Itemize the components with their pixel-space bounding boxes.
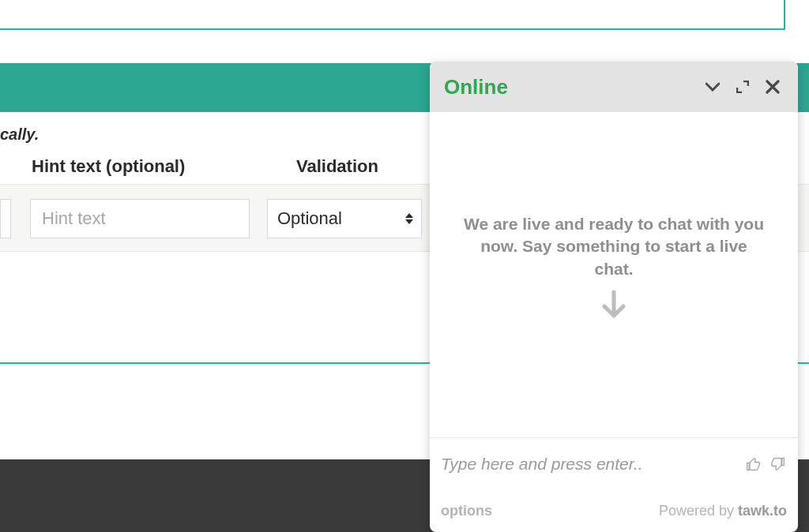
thumbs-down-button[interactable] <box>768 455 787 474</box>
form-column-headers: Hint text (optional) Validation <box>32 156 378 177</box>
previous-field-sliver[interactable] <box>0 199 11 238</box>
chat-powered-prefix: Powered by <box>659 503 738 519</box>
chat-feedback-group <box>744 455 787 474</box>
chat-message-input[interactable] <box>441 455 738 474</box>
chat-options-link[interactable]: options <box>441 503 492 519</box>
chevron-down-icon <box>706 82 720 92</box>
thumbs-up-button[interactable] <box>744 455 763 474</box>
chat-powered-brand: tawk.to <box>738 503 787 519</box>
chat-header: Online <box>430 62 798 112</box>
chat-input-row <box>430 437 798 489</box>
hint-text-input[interactable] <box>30 199 250 238</box>
chat-greeting-text: We are live and ready to chat with you n… <box>461 213 766 280</box>
validation-selected-label: Optional <box>277 208 342 229</box>
column-header-validation: Validation <box>296 156 378 177</box>
select-caret-icon <box>405 213 413 224</box>
card-outline <box>0 0 785 30</box>
validation-select[interactable]: Optional <box>267 199 422 238</box>
chat-footer: options Powered by tawk.to <box>430 489 798 532</box>
chat-body: We are live and ready to chat with you n… <box>430 112 798 437</box>
close-icon <box>766 80 780 94</box>
chat-popout-button[interactable] <box>732 76 754 98</box>
chat-powered-by[interactable]: Powered by tawk.to <box>659 503 787 519</box>
column-header-hint: Hint text (optional) <box>32 156 249 177</box>
thumbs-down-icon <box>769 456 785 472</box>
chat-status-label: Online <box>444 75 694 99</box>
arrow-down-icon <box>599 289 629 325</box>
chat-widget: Online We are live and ready to chat wit… <box>430 62 798 532</box>
section-caption-fragment: cally. <box>0 126 39 144</box>
thumbs-up-icon <box>746 456 762 472</box>
chat-close-button[interactable] <box>762 76 784 98</box>
chat-minimize-button[interactable] <box>702 76 724 98</box>
expand-icon <box>736 81 749 93</box>
